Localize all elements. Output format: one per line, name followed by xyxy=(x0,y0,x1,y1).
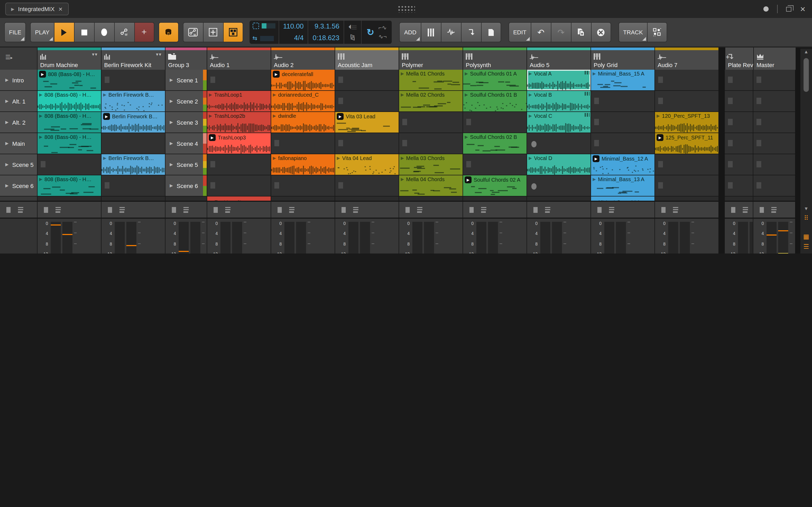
fill-mode-button[interactable] xyxy=(158,22,179,42)
clip-playing-icon[interactable]: ▶ xyxy=(465,176,471,183)
clip[interactable]: ▶TrashLoop2b xyxy=(207,112,271,132)
clip-play-icon[interactable]: ▶ xyxy=(273,93,276,97)
clip-play-icon[interactable]: ▶ xyxy=(103,93,106,97)
clip[interactable]: ▶Vocal D xyxy=(527,154,591,175)
clip[interactable]: ▶deceleratefall xyxy=(271,70,335,90)
project-tab-close-icon[interactable]: ✕ xyxy=(58,6,63,12)
return-to-arrangement-button[interactable] xyxy=(353,207,359,213)
engine-status[interactable]: ⇆ xyxy=(249,20,279,44)
return-to-arrangement-button[interactable] xyxy=(184,207,190,213)
mixer-panel-icon[interactable]: ▦ xyxy=(803,233,809,240)
empty-clip-slot[interactable] xyxy=(725,133,753,154)
add-clip-button[interactable] xyxy=(203,22,223,42)
track-header[interactable]: Polysynth xyxy=(463,48,526,70)
clip[interactable]: ▶808 (Bass-08) - H… xyxy=(38,133,101,154)
clip[interactable]: ▶Minimal_Bass_13 A xyxy=(591,175,654,196)
clip[interactable]: ▶Vita 03 Lead xyxy=(335,112,399,132)
clip[interactable]: ▶Berlin Firework B… xyxy=(101,112,165,132)
scene-play-icon[interactable]: ▶ xyxy=(5,99,8,104)
clip-play-icon[interactable]: ▶ xyxy=(529,71,532,76)
empty-clip-slot[interactable] xyxy=(591,133,654,154)
window-restore-button[interactable] xyxy=(786,7,792,11)
clip[interactable]: ▶Vocal A xyxy=(527,70,591,90)
record-button[interactable] xyxy=(94,22,114,42)
clip[interactable]: ▶TrashLoop1 xyxy=(207,91,271,111)
return-to-arrangement-button[interactable] xyxy=(119,207,126,213)
stop-all-clips-button[interactable] xyxy=(760,207,764,213)
empty-clip-slot[interactable] xyxy=(463,154,526,175)
clip[interactable]: ▶Minimal_Bass_15 A xyxy=(591,70,654,90)
pads-grid-icon[interactable]: ⠿ xyxy=(804,215,809,221)
clip-playing-icon[interactable]: ▶ xyxy=(337,113,344,120)
clip[interactable]: ▶Berlin Firework B… xyxy=(101,91,165,111)
clip-play-icon[interactable]: ▶ xyxy=(593,177,596,182)
track-header[interactable]: Master xyxy=(754,48,796,70)
add-track-button[interactable]: + xyxy=(725,53,730,61)
launcher-menu-icon[interactable]: ☰▸ xyxy=(5,54,13,61)
file-menu-button[interactable]: FILE xyxy=(4,22,26,42)
groove-curve-icon[interactable]: ∿¬ xyxy=(378,34,387,40)
clip-playing-icon[interactable]: ▶ xyxy=(593,155,600,162)
clip[interactable]: ▶120_Perc_SPFT_13 xyxy=(655,112,718,132)
clip[interactable]: ▶808 (Bass-08) - H… xyxy=(38,91,101,111)
stop-all-clips-button[interactable] xyxy=(214,207,218,213)
return-to-arrangement-button[interactable] xyxy=(545,207,551,213)
clip-play-icon[interactable]: ▶ xyxy=(465,135,468,139)
list-panel-icon[interactable]: ☰ xyxy=(803,243,809,250)
scene-play-icon[interactable]: ▶ xyxy=(5,162,8,167)
clip[interactable]: ▶Berlin Firework B… xyxy=(101,154,165,175)
empty-clip-slot[interactable] xyxy=(655,175,718,196)
clip[interactable]: ▶Mella 02 Chords xyxy=(399,91,463,111)
window-close-button[interactable]: ✕ xyxy=(800,5,806,13)
empty-clip-slot[interactable] xyxy=(207,175,271,196)
partial-clip[interactable]: Minimal_Bass_14 A xyxy=(591,196,654,201)
clip-launcher-grid-button[interactable] xyxy=(223,22,243,42)
scene-launch-row[interactable]: ▶Alt. 2 xyxy=(0,112,37,132)
clip-play-icon[interactable]: ▶ xyxy=(593,71,596,76)
empty-clip-slot[interactable] xyxy=(101,133,165,154)
group-scene-slot[interactable]: ▶Scene 1 xyxy=(165,70,207,90)
stop-all-clips-button[interactable] xyxy=(534,207,538,213)
track-header[interactable]: Acoustic Jam xyxy=(335,48,399,70)
project-tab[interactable]: ▶ IntegratedMIX ✕ xyxy=(5,3,68,15)
return-to-arrangement-button[interactable] xyxy=(673,207,679,213)
scene-play-icon[interactable]: ▶ xyxy=(5,120,8,125)
tempo-value[interactable]: 110.00 xyxy=(283,22,304,31)
stop-all-clips-button[interactable] xyxy=(597,207,602,213)
song-time-value[interactable]: 0:18.623 xyxy=(313,34,339,43)
stop-all-clips-button[interactable] xyxy=(405,207,410,213)
return-to-arrangement-button[interactable] xyxy=(18,207,24,213)
clip-play-icon[interactable]: ▶ xyxy=(273,156,276,161)
stop-all-clips-button[interactable] xyxy=(172,207,176,213)
clip-play-icon[interactable]: ▶ xyxy=(465,71,468,76)
delete-button[interactable] xyxy=(591,22,611,42)
clip[interactable]: ▶808 (Bass-08) - H… xyxy=(38,175,101,196)
clip-play-icon[interactable]: ▶ xyxy=(39,135,42,139)
return-to-arrangement-button[interactable] xyxy=(289,207,296,213)
stop-all-clips-button[interactable] xyxy=(469,207,474,213)
stop-all-clips-button[interactable] xyxy=(661,207,666,213)
clip-play-icon[interactable]: ▶ xyxy=(529,156,532,161)
stop-all-clips-button[interactable] xyxy=(108,207,112,213)
add-file-button[interactable] xyxy=(481,22,501,42)
empty-clip-slot[interactable] xyxy=(271,175,335,196)
return-to-arrangement-button[interactable] xyxy=(743,207,749,213)
track-header[interactable]: ▾▾ Drum Machine xyxy=(38,48,101,70)
clip[interactable]: ▶Minimal_Bass_12 A xyxy=(591,154,654,175)
add-instrument-track-button[interactable] xyxy=(420,22,441,42)
empty-clip-slot[interactable] xyxy=(725,70,753,90)
empty-clip-slot[interactable] xyxy=(335,175,399,196)
group-scene-slot[interactable]: ▶Scene 3 xyxy=(165,112,207,132)
tempo-cell[interactable]: 110.00 4/4 xyxy=(279,20,308,44)
stop-all-clips-button[interactable] xyxy=(277,207,282,213)
return-to-arrangement-button[interactable] xyxy=(55,207,62,213)
return-to-arrangement-button[interactable] xyxy=(771,207,778,213)
play-menu-button[interactable]: PLAY xyxy=(30,22,54,42)
clip-play-icon[interactable]: ▶ xyxy=(465,93,468,97)
return-to-arrangement-button[interactable] xyxy=(609,207,615,213)
empty-clip-slot[interactable] xyxy=(753,154,795,175)
empty-clip-slot[interactable] xyxy=(655,70,718,90)
track-menu-button[interactable]: TRACK xyxy=(618,22,647,42)
window-minimize-button[interactable] xyxy=(763,6,769,12)
empty-clip-slot[interactable] xyxy=(335,91,399,111)
